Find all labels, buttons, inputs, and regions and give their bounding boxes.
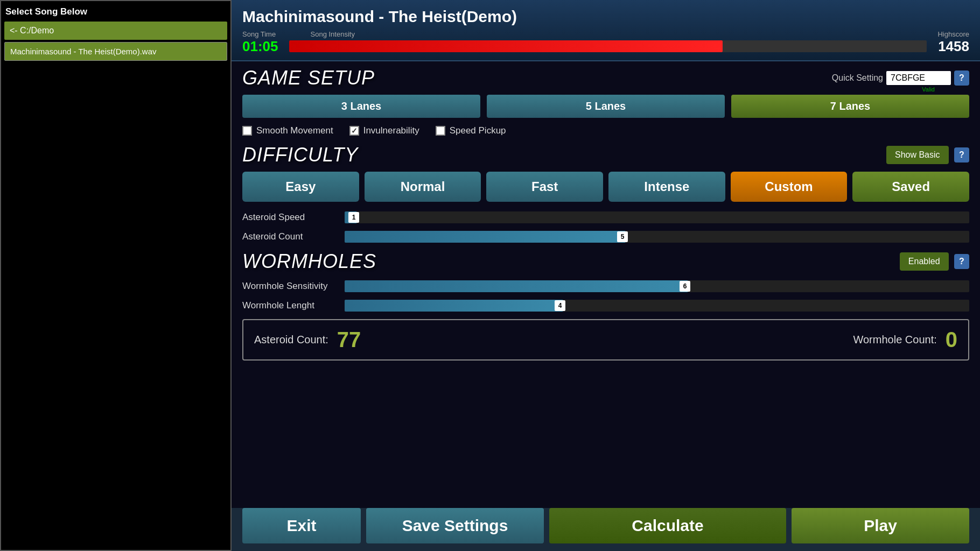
asteroid-count-label: Asteroid Count bbox=[242, 231, 339, 242]
song-time-value: 01:05 bbox=[242, 38, 278, 55]
asteroid-speed-slider[interactable]: 1 bbox=[345, 211, 969, 223]
right-panel: Machinimasound - The Heist(Demo) Song Ti… bbox=[232, 0, 980, 551]
wormhole-length-row: Wormhole Lenght 4 bbox=[242, 300, 969, 312]
intense-button[interactable]: Intense bbox=[608, 172, 725, 202]
exit-button[interactable]: Exit bbox=[242, 508, 361, 543]
left-panel-title: Select Song Below bbox=[4, 4, 227, 19]
asteroid-count-slider[interactable]: 5 bbox=[345, 231, 969, 243]
asteroid-speed-thumb: 1 bbox=[348, 212, 359, 223]
checkmark-icon: ✓ bbox=[351, 126, 358, 135]
asteroid-speed-fill: 1 bbox=[345, 211, 357, 223]
normal-button[interactable]: Normal bbox=[365, 172, 481, 202]
wormhole-count-summary-label: Wormhole Count: bbox=[853, 334, 936, 346]
wormhole-length-fill: 4 bbox=[345, 300, 563, 312]
song-time-label: Song Time bbox=[242, 30, 278, 38]
lanes-5-button[interactable]: 5 Lanes bbox=[487, 95, 725, 118]
header: Machinimasound - The Heist(Demo) Song Ti… bbox=[232, 0, 980, 61]
game-setup-title: GAME SETUP bbox=[242, 67, 375, 89]
wormhole-length-slider[interactable]: 4 bbox=[345, 300, 969, 312]
summary-box: Asteroid Count: 77 Wormhole Count: 0 bbox=[242, 319, 969, 361]
difficulty-help-button[interactable]: ? bbox=[954, 147, 969, 163]
wormhole-count-summary: Wormhole Count: 0 bbox=[853, 328, 957, 352]
difficulty-controls: Show Basic ? bbox=[886, 146, 969, 164]
difficulty-row: Easy Normal Fast Intense Custom Saved bbox=[242, 172, 969, 202]
asteroid-count-row: Asteroid Count 5 bbox=[242, 231, 969, 243]
header-title: Machinimasound - The Heist(Demo) bbox=[242, 8, 969, 26]
wormhole-sensitivity-label: Wormhole Sensitivity bbox=[242, 281, 339, 292]
wormhole-sensitivity-row: Wormhole Sensitivity 6 bbox=[242, 280, 969, 292]
fast-button[interactable]: Fast bbox=[486, 172, 603, 202]
asteroid-speed-row: Asteroid Speed 1 bbox=[242, 211, 969, 223]
difficulty-header: DIFFICULTY Show Basic ? bbox=[242, 144, 969, 166]
play-button[interactable]: Play bbox=[792, 508, 969, 543]
asteroid-speed-label: Asteroid Speed bbox=[242, 212, 339, 223]
intensity-label: Song Intensity bbox=[311, 30, 355, 38]
main-content: GAME SETUP Quick Setting Valid ? 3 Lanes… bbox=[232, 61, 980, 508]
quick-setting-input[interactable] bbox=[886, 71, 951, 85]
asteroid-count-summary-value: 77 bbox=[337, 328, 361, 352]
custom-button[interactable]: Custom bbox=[731, 172, 848, 202]
smooth-movement-item[interactable]: Smooth Movement bbox=[242, 125, 333, 136]
header-stats: Song Time 01:05 Song Intensity Highscore… bbox=[242, 30, 969, 55]
difficulty-title: DIFFICULTY bbox=[242, 144, 358, 166]
asteroid-count-summary-label: Asteroid Count: bbox=[254, 334, 328, 346]
asteroid-count-thumb: 5 bbox=[617, 231, 628, 242]
wormhole-sensitivity-thumb: 6 bbox=[680, 281, 690, 292]
lanes-7-button[interactable]: 7 Lanes bbox=[731, 95, 969, 118]
checkboxes-row: Smooth Movement ✓ Invulnerability Speed … bbox=[242, 125, 969, 136]
left-panel: Select Song Below <- C:/Demo Machinimaso… bbox=[0, 0, 232, 551]
easy-button[interactable]: Easy bbox=[242, 172, 359, 202]
bottom-row: Exit Save Settings Calculate Play bbox=[232, 508, 980, 551]
intensity-bar-container bbox=[289, 40, 927, 52]
lanes-row: 3 Lanes 5 Lanes 7 Lanes bbox=[242, 95, 969, 118]
wormholes-controls: Enabled ? bbox=[900, 252, 969, 271]
game-setup-header: GAME SETUP Quick Setting Valid ? bbox=[242, 67, 969, 89]
highscore-label: Highscore bbox=[937, 30, 969, 38]
speed-pickup-item[interactable]: Speed Pickup bbox=[436, 125, 506, 136]
invulnerability-item[interactable]: ✓ Invulnerability bbox=[349, 125, 419, 136]
quick-setting-container: Valid bbox=[886, 71, 951, 85]
speed-pickup-label: Speed Pickup bbox=[450, 125, 506, 136]
wormhole-count-summary-value: 0 bbox=[946, 328, 957, 352]
highscore-value: 1458 bbox=[938, 38, 969, 55]
calculate-button[interactable]: Calculate bbox=[549, 508, 786, 543]
folder-item[interactable]: <- C:/Demo bbox=[4, 22, 227, 40]
saved-button[interactable]: Saved bbox=[852, 172, 969, 202]
invulnerability-label: Invulnerability bbox=[363, 125, 419, 136]
intensity-section: Song Intensity bbox=[278, 30, 938, 52]
song-time-block: Song Time 01:05 bbox=[242, 30, 278, 55]
wormholes-header: WORMHOLES Enabled ? bbox=[242, 250, 969, 273]
enabled-button[interactable]: Enabled bbox=[900, 252, 949, 271]
wormhole-length-thumb: 4 bbox=[555, 300, 565, 311]
lanes-3-button[interactable]: 3 Lanes bbox=[242, 95, 480, 118]
game-setup-help-button[interactable]: ? bbox=[954, 70, 969, 86]
show-basic-button[interactable]: Show Basic bbox=[886, 146, 949, 164]
save-settings-button[interactable]: Save Settings bbox=[366, 508, 544, 543]
wormhole-sensitivity-fill: 6 bbox=[345, 280, 688, 292]
quick-setting-label: Quick Setting bbox=[832, 73, 883, 83]
speed-pickup-checkbox[interactable] bbox=[436, 126, 445, 136]
wormholes-title: WORMHOLES bbox=[242, 250, 376, 273]
smooth-movement-label: Smooth Movement bbox=[256, 125, 333, 136]
valid-text: Valid bbox=[922, 86, 935, 93]
invulnerability-checkbox[interactable]: ✓ bbox=[349, 126, 359, 136]
smooth-movement-checkbox[interactable] bbox=[242, 126, 252, 136]
wormhole-sensitivity-slider[interactable]: 6 bbox=[345, 280, 969, 292]
intensity-bar-fill bbox=[289, 40, 723, 52]
asteroid-count-fill: 5 bbox=[345, 231, 626, 243]
highscore-section: Highscore 1458 bbox=[937, 30, 969, 55]
song-item[interactable]: Machinimasound - The Heist(Demo).wav bbox=[4, 42, 227, 61]
asteroid-count-summary: Asteroid Count: 77 bbox=[254, 328, 361, 352]
wormhole-length-label: Wormhole Lenght bbox=[242, 300, 339, 311]
wormholes-help-button[interactable]: ? bbox=[954, 254, 969, 269]
quick-setting-row: Quick Setting Valid ? bbox=[832, 70, 969, 86]
